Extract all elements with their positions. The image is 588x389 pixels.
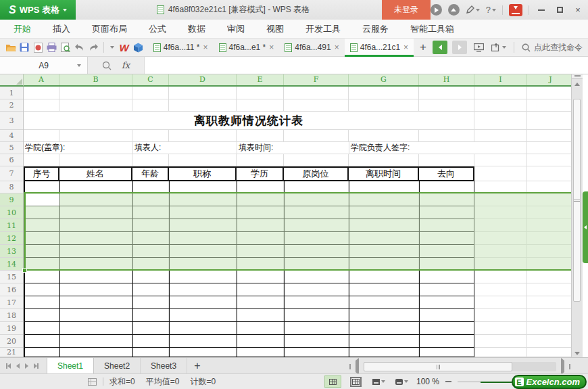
column-header-D[interactable]: D [169, 74, 237, 85]
last-sheet-button[interactable] [34, 363, 39, 369]
row-header-1[interactable]: 1 [0, 87, 23, 99]
row-header-17[interactable]: 17 [0, 296, 23, 309]
column-header-B[interactable]: B [59, 74, 132, 85]
menu-tab-1[interactable]: 开始 [3, 23, 42, 35]
close-tab-icon[interactable]: × [403, 43, 408, 52]
download-icon[interactable] [509, 4, 522, 16]
wps-writer-button[interactable]: W [118, 41, 130, 55]
vertical-scrollbar[interactable] [571, 74, 583, 357]
tab-scroll-left-button[interactable] [433, 41, 447, 54]
horizontal-scroll-thumb[interactable] [364, 362, 512, 371]
components-button[interactable] [131, 41, 144, 55]
sheet-title-cell[interactable]: 离职教师情况统计表 [24, 112, 474, 129]
next-sheet-button[interactable] [25, 363, 28, 369]
vertical-scroll-thumb[interactable] [573, 99, 581, 302]
open-file-button[interactable] [4, 41, 17, 55]
redo-button[interactable] [87, 41, 100, 55]
help-button[interactable]: ? [486, 5, 496, 15]
magnifier-icon[interactable] [102, 61, 112, 70]
fill-handle[interactable] [22, 268, 27, 273]
close-tab-icon[interactable]: × [269, 43, 274, 52]
table-header-cell[interactable]: 姓名 [59, 168, 132, 180]
row-header-19[interactable]: 19 [0, 322, 23, 335]
view-page-layout-button[interactable] [370, 375, 387, 388]
row-header-14[interactable]: 14 [0, 258, 23, 271]
horizontal-scrollbar[interactable] [349, 361, 570, 373]
menu-tab-4[interactable]: 公式 [138, 23, 177, 35]
table-header-cell[interactable]: 离职时间 [349, 168, 419, 180]
print-button[interactable] [45, 41, 58, 55]
menu-tab-7[interactable]: 视图 [255, 23, 295, 35]
toolbar-more-icon[interactable] [110, 46, 114, 49]
table-header-cell[interactable]: 年龄 [132, 168, 169, 180]
table-header-cell[interactable]: 去向 [419, 168, 474, 180]
tab-scroll-right-button[interactable] [452, 41, 467, 54]
save-button[interactable] [18, 41, 30, 55]
split-handle[interactable] [569, 364, 570, 369]
task-pane-collapse-tab[interactable] [583, 191, 588, 263]
menu-tab-5[interactable]: 数据 [177, 23, 216, 35]
zoom-out-button[interactable] [445, 381, 451, 382]
close-tab-icon[interactable]: × [203, 43, 208, 52]
insert-function-button[interactable]: fx [122, 60, 130, 70]
scroll-up-button[interactable] [572, 78, 583, 89]
upgrade-icon[interactable] [448, 4, 460, 16]
undo-button[interactable] [73, 41, 86, 55]
sheet-tab-sheet2[interactable]: Sheet2 [94, 358, 141, 373]
row-header-10[interactable]: 10 [0, 206, 23, 219]
row-header-13[interactable]: 13 [0, 245, 23, 258]
close-button[interactable]: × [572, 4, 584, 16]
menu-tab-2[interactable]: 插入 [42, 23, 81, 35]
column-header-G[interactable]: G [349, 74, 419, 85]
column-header-I[interactable]: I [474, 74, 527, 85]
menu-tab-6[interactable]: 审阅 [216, 23, 255, 35]
menu-tab-3[interactable]: 页面布局 [81, 23, 138, 35]
close-tab-icon[interactable]: × [335, 43, 339, 52]
select-all-corner[interactable] [0, 74, 24, 87]
horizontal-scroll-track[interactable] [364, 362, 556, 371]
view-page-break-button[interactable] [347, 375, 364, 388]
scroll-right-button[interactable] [561, 361, 564, 373]
info-label-cell[interactable]: 填表人: [132, 142, 237, 154]
row-header-21[interactable]: 21 [0, 348, 23, 357]
first-sheet-button[interactable] [6, 363, 11, 369]
document-tab-3[interactable]: 4f6a...491× [279, 39, 344, 57]
add-sheet-button[interactable]: + [187, 358, 207, 373]
info-label-cell[interactable]: 填表时间: [237, 142, 349, 154]
row-header-4[interactable]: 4 [0, 130, 23, 142]
column-header-J[interactable]: J [527, 74, 571, 85]
row-header-2[interactable]: 2 [0, 99, 23, 112]
share-button[interactable] [491, 43, 506, 51]
scroll-left-button[interactable] [356, 361, 359, 373]
column-header-F[interactable]: F [284, 74, 349, 85]
row-header-15[interactable]: 15 [0, 271, 23, 283]
row-header-11[interactable]: 11 [0, 219, 23, 232]
minimize-button[interactable] [535, 4, 547, 16]
skin-button[interactable] [466, 5, 480, 14]
info-label-cell[interactable]: 学院(盖章): [24, 142, 132, 154]
menu-tab-9[interactable]: 云服务 [351, 23, 399, 35]
table-header-cell[interactable]: 原岗位 [284, 168, 349, 180]
formula-input[interactable] [145, 57, 588, 74]
split-handle[interactable] [349, 364, 351, 369]
row-header-7[interactable]: 7 [0, 166, 23, 181]
cells-area[interactable]: 离职教师情况统计表学院(盖章):填表人:填表时间:学院负责人签字:序号姓名年龄职… [24, 87, 571, 357]
column-header-C[interactable]: C [132, 74, 169, 85]
previous-sheet-button[interactable] [16, 363, 20, 369]
column-header-A[interactable]: A [24, 74, 59, 85]
print-preview-button[interactable] [59, 41, 72, 55]
document-tab-2[interactable]: 4f6a...e1 *× [214, 39, 280, 57]
scroll-down-button[interactable] [572, 352, 583, 355]
table-header-cell[interactable]: 职称 [169, 168, 237, 180]
sheet-tab-sheet3[interactable]: Sheet3 [141, 358, 187, 373]
row-header-3[interactable]: 3 [0, 112, 23, 130]
menu-tab-10[interactable]: 智能工具箱 [399, 23, 465, 35]
menu-tab-8[interactable]: 开发工具 [295, 23, 351, 35]
row-header-18[interactable]: 18 [0, 309, 23, 322]
feedback-icon[interactable] [431, 4, 442, 16]
view-normal-button[interactable] [324, 375, 341, 388]
document-tab-4[interactable]: 4f6a...21c1× [345, 39, 414, 57]
row-header-6[interactable]: 6 [0, 154, 23, 166]
active-cell[interactable] [26, 194, 59, 206]
new-tab-button[interactable]: + [414, 41, 433, 54]
